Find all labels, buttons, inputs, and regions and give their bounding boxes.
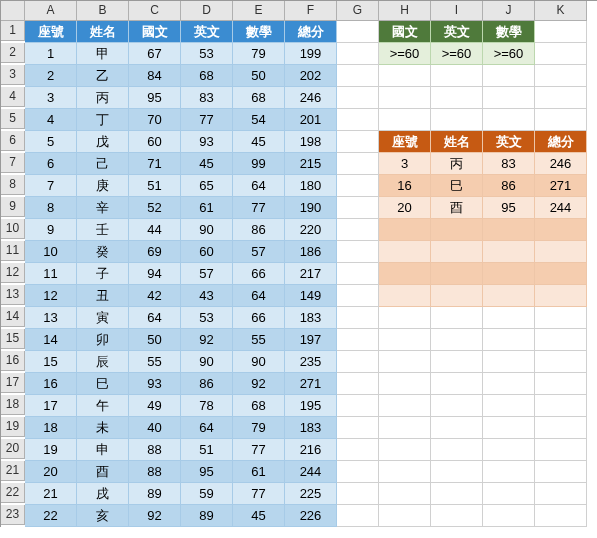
main-cell[interactable]: 甲 (77, 43, 129, 65)
main-cell[interactable]: 68 (233, 395, 285, 417)
empty-cell[interactable] (483, 373, 535, 395)
result-cell[interactable]: 20 (379, 197, 431, 219)
empty-cell[interactable] (337, 417, 379, 439)
column-header[interactable]: F (285, 1, 337, 21)
empty-cell[interactable] (337, 219, 379, 241)
empty-cell[interactable] (379, 395, 431, 417)
empty-cell[interactable] (483, 109, 535, 131)
main-cell[interactable]: 2 (25, 65, 77, 87)
row-header[interactable]: 15 (1, 329, 25, 349)
row-header[interactable]: 23 (1, 505, 25, 525)
main-cell[interactable]: 86 (233, 219, 285, 241)
main-cell[interactable]: 69 (129, 241, 181, 263)
empty-cell[interactable] (535, 43, 587, 65)
row-header[interactable]: 21 (1, 461, 25, 481)
main-header[interactable]: 總分 (285, 21, 337, 43)
result-empty-cell[interactable] (483, 263, 535, 285)
main-cell[interactable]: 戌 (77, 483, 129, 505)
main-cell[interactable]: 92 (233, 373, 285, 395)
main-cell[interactable]: 57 (181, 263, 233, 285)
main-cell[interactable]: 68 (181, 65, 233, 87)
empty-cell[interactable] (431, 417, 483, 439)
main-cell[interactable]: 195 (285, 395, 337, 417)
result-empty-cell[interactable] (379, 219, 431, 241)
empty-cell[interactable] (535, 505, 587, 527)
main-cell[interactable]: 66 (233, 263, 285, 285)
empty-cell[interactable] (337, 263, 379, 285)
empty-cell[interactable] (431, 439, 483, 461)
empty-cell[interactable] (483, 439, 535, 461)
empty-cell[interactable] (337, 439, 379, 461)
criteria-header[interactable]: 國文 (379, 21, 431, 43)
result-cell[interactable]: 271 (535, 175, 587, 197)
empty-cell[interactable] (337, 153, 379, 175)
main-cell[interactable]: 丙 (77, 87, 129, 109)
main-cell[interactable]: 61 (181, 197, 233, 219)
empty-cell[interactable] (483, 87, 535, 109)
empty-cell[interactable] (379, 329, 431, 351)
row-header[interactable]: 17 (1, 373, 25, 393)
main-header[interactable]: 國文 (129, 21, 181, 43)
main-cell[interactable]: 64 (129, 307, 181, 329)
main-cell[interactable]: 71 (129, 153, 181, 175)
empty-cell[interactable] (337, 175, 379, 197)
result-header[interactable]: 英文 (483, 131, 535, 153)
empty-cell[interactable] (337, 21, 379, 43)
main-cell[interactable]: 52 (129, 197, 181, 219)
main-cell[interactable]: 54 (233, 109, 285, 131)
main-header[interactable]: 英文 (181, 21, 233, 43)
criteria-cell[interactable]: >=60 (431, 43, 483, 65)
empty-cell[interactable] (483, 483, 535, 505)
empty-cell[interactable] (379, 417, 431, 439)
empty-cell[interactable] (483, 329, 535, 351)
result-empty-cell[interactable] (379, 241, 431, 263)
empty-cell[interactable] (337, 109, 379, 131)
empty-cell[interactable] (431, 461, 483, 483)
main-cell[interactable]: 丑 (77, 285, 129, 307)
main-cell[interactable]: 3 (25, 87, 77, 109)
main-cell[interactable]: 50 (233, 65, 285, 87)
main-cell[interactable]: 64 (233, 285, 285, 307)
spreadsheet-grid[interactable]: ABCDEFGHIJK1座號姓名國文英文數學總分國文英文數學21甲6753791… (0, 0, 597, 527)
criteria-cell[interactable]: >=60 (483, 43, 535, 65)
result-cell[interactable]: 86 (483, 175, 535, 197)
main-cell[interactable]: 84 (129, 65, 181, 87)
empty-cell[interactable] (337, 395, 379, 417)
main-cell[interactable]: 丁 (77, 109, 129, 131)
main-cell[interactable]: 244 (285, 461, 337, 483)
row-header[interactable]: 18 (1, 395, 25, 415)
empty-cell[interactable] (483, 461, 535, 483)
main-cell[interactable]: 癸 (77, 241, 129, 263)
result-cell[interactable]: 丙 (431, 153, 483, 175)
empty-cell[interactable] (379, 351, 431, 373)
main-cell[interactable]: 未 (77, 417, 129, 439)
result-empty-cell[interactable] (431, 241, 483, 263)
result-cell[interactable]: 3 (379, 153, 431, 175)
empty-cell[interactable] (337, 307, 379, 329)
empty-cell[interactable] (379, 87, 431, 109)
main-cell[interactable]: 65 (181, 175, 233, 197)
column-header[interactable]: C (129, 1, 181, 21)
main-cell[interactable]: 149 (285, 285, 337, 307)
empty-cell[interactable] (337, 373, 379, 395)
main-cell[interactable]: 51 (181, 439, 233, 461)
main-cell[interactable]: 225 (285, 483, 337, 505)
main-cell[interactable]: 7 (25, 175, 77, 197)
main-cell[interactable]: 55 (233, 329, 285, 351)
main-cell[interactable]: 6 (25, 153, 77, 175)
empty-cell[interactable] (535, 351, 587, 373)
result-cell[interactable]: 244 (535, 197, 587, 219)
main-cell[interactable]: 79 (233, 43, 285, 65)
empty-cell[interactable] (535, 65, 587, 87)
result-header[interactable]: 姓名 (431, 131, 483, 153)
main-cell[interactable]: 15 (25, 351, 77, 373)
main-cell[interactable]: 20 (25, 461, 77, 483)
main-cell[interactable]: 199 (285, 43, 337, 65)
empty-cell[interactable] (535, 461, 587, 483)
empty-cell[interactable] (431, 307, 483, 329)
column-header[interactable]: A (25, 1, 77, 21)
row-header[interactable]: 2 (1, 43, 25, 63)
main-cell[interactable]: 51 (129, 175, 181, 197)
main-cell[interactable]: 235 (285, 351, 337, 373)
main-cell[interactable]: 45 (233, 131, 285, 153)
